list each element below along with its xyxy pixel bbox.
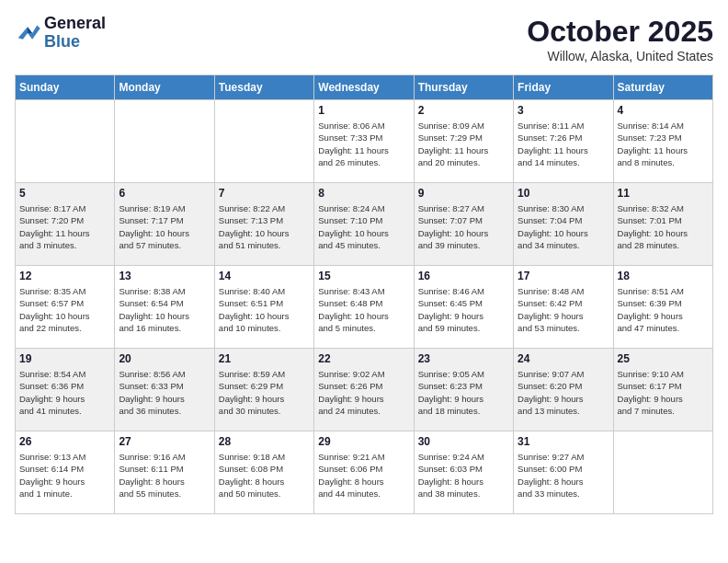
calendar-cell: 10Sunrise: 8:30 AMSunset: 7:04 PMDayligh…: [514, 183, 613, 266]
calendar-week-row: 19Sunrise: 8:54 AMSunset: 6:36 PMDayligh…: [16, 349, 713, 431]
day-number: 16: [418, 270, 509, 282]
calendar-cell: 4Sunrise: 8:14 AMSunset: 7:23 PMDaylight…: [613, 100, 712, 183]
day-number: 2: [418, 104, 509, 117]
day-number: 19: [19, 352, 110, 365]
day-info: Sunrise: 8:48 AMSunset: 6:42 PMDaylight:…: [518, 285, 609, 334]
day-info: Sunrise: 9:24 AMSunset: 6:03 PMDaylight:…: [418, 451, 509, 500]
day-info: Sunrise: 8:30 AMSunset: 7:04 PMDaylight:…: [518, 202, 609, 251]
calendar-cell: 17Sunrise: 8:48 AMSunset: 6:42 PMDayligh…: [514, 266, 613, 349]
day-number: 15: [318, 270, 409, 282]
title-block: October 2025 Willow, Alaska, United Stat…: [527, 15, 713, 63]
day-info: Sunrise: 8:09 AMSunset: 7:29 PMDaylight:…: [418, 120, 509, 168]
day-info: Sunrise: 8:17 AMSunset: 7:20 PMDaylight:…: [19, 202, 110, 251]
day-number: 10: [518, 187, 609, 200]
month-title: October 2025: [527, 15, 713, 49]
day-number: 29: [318, 435, 409, 448]
day-number: 25: [618, 352, 709, 365]
logo-text: GeneralBlue: [44, 15, 106, 52]
day-number: 20: [119, 352, 210, 365]
day-number: 23: [418, 352, 509, 365]
day-number: 8: [318, 187, 409, 200]
calendar-cell: 23Sunrise: 9:05 AMSunset: 6:23 PMDayligh…: [414, 349, 513, 431]
calendar-cell: [16, 100, 115, 183]
calendar-cell: 27Sunrise: 9:16 AMSunset: 6:11 PMDayligh…: [115, 431, 214, 514]
day-info: Sunrise: 8:59 AMSunset: 6:29 PMDaylight:…: [219, 368, 310, 417]
day-info: Sunrise: 8:14 AMSunset: 7:23 PMDaylight:…: [618, 120, 709, 168]
day-info: Sunrise: 9:21 AMSunset: 6:06 PMDaylight:…: [318, 451, 409, 500]
day-number: 17: [518, 270, 609, 282]
day-number: 28: [219, 435, 310, 448]
day-number: 6: [119, 187, 210, 200]
page-header: GeneralBlue October 2025 Willow, Alaska,…: [15, 15, 713, 63]
calendar-cell: 22Sunrise: 9:02 AMSunset: 6:26 PMDayligh…: [314, 349, 414, 431]
day-info: Sunrise: 8:35 AMSunset: 6:57 PMDaylight:…: [19, 285, 110, 334]
header-monday: Monday: [115, 75, 214, 100]
calendar-cell: [613, 431, 712, 514]
day-number: 22: [318, 352, 409, 365]
day-number: 21: [219, 352, 310, 365]
calendar-cell: 25Sunrise: 9:10 AMSunset: 6:17 PMDayligh…: [613, 349, 712, 431]
day-info: Sunrise: 9:07 AMSunset: 6:20 PMDaylight:…: [518, 368, 609, 417]
day-info: Sunrise: 8:22 AMSunset: 7:13 PMDaylight:…: [219, 202, 310, 251]
day-info: Sunrise: 8:19 AMSunset: 7:17 PMDaylight:…: [119, 202, 210, 251]
calendar-cell: 12Sunrise: 8:35 AMSunset: 6:57 PMDayligh…: [16, 266, 115, 349]
day-number: 5: [19, 187, 110, 200]
day-info: Sunrise: 8:56 AMSunset: 6:33 PMDaylight:…: [119, 368, 210, 417]
day-number: 30: [418, 435, 509, 448]
calendar-cell: 18Sunrise: 8:51 AMSunset: 6:39 PMDayligh…: [613, 266, 712, 349]
day-number: 27: [119, 435, 210, 448]
header-thursday: Thursday: [414, 75, 513, 100]
day-info: Sunrise: 9:16 AMSunset: 6:11 PMDaylight:…: [119, 451, 210, 500]
logo-icon: [15, 22, 40, 44]
day-number: 31: [518, 435, 609, 448]
day-number: 14: [219, 270, 310, 282]
header-friday: Friday: [514, 75, 613, 100]
calendar-cell: 28Sunrise: 9:18 AMSunset: 6:08 PMDayligh…: [214, 431, 313, 514]
day-info: Sunrise: 8:40 AMSunset: 6:51 PMDaylight:…: [219, 285, 310, 334]
calendar-cell: 30Sunrise: 9:24 AMSunset: 6:03 PMDayligh…: [414, 431, 513, 514]
calendar-cell: 26Sunrise: 9:13 AMSunset: 6:14 PMDayligh…: [16, 431, 115, 514]
calendar-body: 1Sunrise: 8:06 AMSunset: 7:33 PMDaylight…: [16, 100, 713, 514]
calendar-cell: 31Sunrise: 9:27 AMSunset: 6:00 PMDayligh…: [514, 431, 613, 514]
calendar-cell: 2Sunrise: 8:09 AMSunset: 7:29 PMDaylight…: [414, 100, 513, 183]
day-number: 13: [119, 270, 210, 282]
calendar-cell: 9Sunrise: 8:27 AMSunset: 7:07 PMDaylight…: [414, 183, 513, 266]
weekday-header-row: Sunday Monday Tuesday Wednesday Thursday…: [16, 75, 713, 100]
day-info: Sunrise: 8:46 AMSunset: 6:45 PMDaylight:…: [418, 285, 509, 334]
calendar-cell: 14Sunrise: 8:40 AMSunset: 6:51 PMDayligh…: [214, 266, 313, 349]
calendar-table: Sunday Monday Tuesday Wednesday Thursday…: [15, 75, 713, 514]
header-sunday: Sunday: [16, 75, 115, 100]
day-info: Sunrise: 9:05 AMSunset: 6:23 PMDaylight:…: [418, 368, 509, 417]
day-number: 26: [19, 435, 110, 448]
calendar-week-row: 5Sunrise: 8:17 AMSunset: 7:20 PMDaylight…: [16, 183, 713, 266]
calendar-week-row: 12Sunrise: 8:35 AMSunset: 6:57 PMDayligh…: [16, 266, 713, 349]
calendar-cell: 8Sunrise: 8:24 AMSunset: 7:10 PMDaylight…: [314, 183, 414, 266]
calendar-week-row: 26Sunrise: 9:13 AMSunset: 6:14 PMDayligh…: [16, 431, 713, 514]
day-number: 4: [618, 104, 709, 117]
day-number: 24: [518, 352, 609, 365]
calendar-cell: 24Sunrise: 9:07 AMSunset: 6:20 PMDayligh…: [514, 349, 613, 431]
calendar-cell: 1Sunrise: 8:06 AMSunset: 7:33 PMDaylight…: [314, 100, 414, 183]
day-info: Sunrise: 8:24 AMSunset: 7:10 PMDaylight:…: [318, 202, 409, 251]
calendar-cell: 16Sunrise: 8:46 AMSunset: 6:45 PMDayligh…: [414, 266, 513, 349]
calendar-cell: 13Sunrise: 8:38 AMSunset: 6:54 PMDayligh…: [115, 266, 214, 349]
calendar-cell: 29Sunrise: 9:21 AMSunset: 6:06 PMDayligh…: [314, 431, 414, 514]
day-number: 9: [418, 187, 509, 200]
calendar-cell: 19Sunrise: 8:54 AMSunset: 6:36 PMDayligh…: [16, 349, 115, 431]
calendar-cell: 11Sunrise: 8:32 AMSunset: 7:01 PMDayligh…: [613, 183, 712, 266]
day-info: Sunrise: 8:38 AMSunset: 6:54 PMDaylight:…: [119, 285, 210, 334]
calendar-cell: 7Sunrise: 8:22 AMSunset: 7:13 PMDaylight…: [214, 183, 313, 266]
day-info: Sunrise: 9:27 AMSunset: 6:00 PMDaylight:…: [518, 451, 609, 500]
calendar-cell: 3Sunrise: 8:11 AMSunset: 7:26 PMDaylight…: [514, 100, 613, 183]
day-number: 7: [219, 187, 310, 200]
svg-marker-1: [28, 27, 32, 33]
day-number: 18: [618, 270, 709, 282]
logo: GeneralBlue: [15, 15, 106, 52]
header-wednesday: Wednesday: [314, 75, 414, 100]
day-number: 11: [618, 187, 709, 200]
day-info: Sunrise: 8:54 AMSunset: 6:36 PMDaylight:…: [19, 368, 110, 417]
header-tuesday: Tuesday: [214, 75, 313, 100]
day-number: 3: [518, 104, 609, 117]
header-saturday: Saturday: [613, 75, 712, 100]
day-info: Sunrise: 9:13 AMSunset: 6:14 PMDaylight:…: [19, 451, 110, 500]
